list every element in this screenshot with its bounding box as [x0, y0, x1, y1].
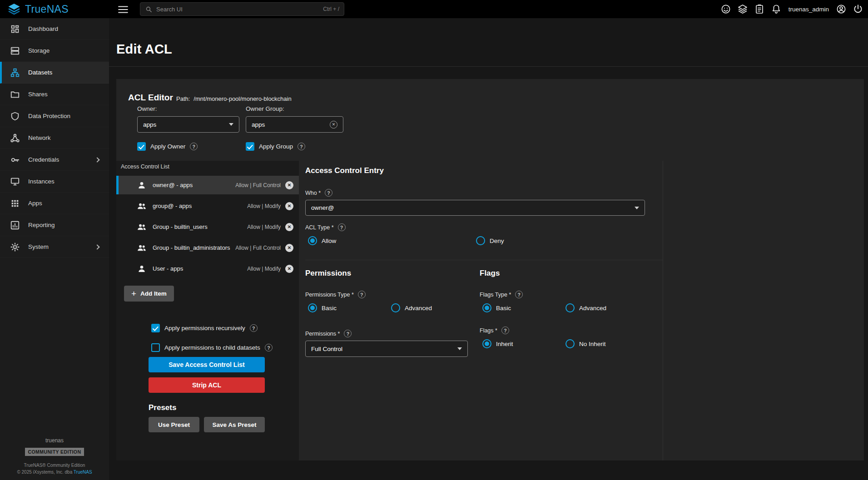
allow-radio[interactable]	[308, 236, 317, 245]
strip-acl-button[interactable]: Strip ACL	[149, 377, 265, 393]
monitor-icon	[10, 177, 20, 187]
chevron-right-icon	[94, 157, 99, 162]
key-icon	[10, 155, 20, 165]
jobs-clipboard-icon[interactable]	[754, 4, 765, 15]
main-content: Edit ACL ACL Editor Path: /mnt/monero-po…	[109, 18, 868, 480]
acl-entry-row-builtin-users[interactable]: Group - builtin_users Allow | Modify ✕	[116, 218, 299, 236]
sidebar-item-credentials[interactable]: Credentials	[0, 149, 109, 171]
help-icon[interactable]: ?	[515, 291, 523, 298]
sidebar-item-shares[interactable]: Shares	[0, 84, 109, 105]
truenas-logo[interactable]: TrueNAS	[7, 0, 69, 18]
permissions-select[interactable]: Full Control	[305, 341, 468, 357]
ace-panel: Access Control Entry Who * ? owner@ ACL …	[299, 161, 864, 460]
permissions-basic-radio[interactable]	[308, 303, 317, 312]
help-icon[interactable]: ?	[338, 223, 346, 231]
save-acl-button[interactable]: Save Access Control List	[149, 357, 265, 372]
help-icon[interactable]: ?	[298, 143, 305, 150]
remove-entry-icon[interactable]: ✕	[285, 223, 293, 231]
use-preset-button[interactable]: Use Preset	[149, 417, 199, 432]
permissions-heading: Permissions	[305, 269, 351, 278]
search-shortcut-hint: Ctrl + /	[323, 6, 339, 12]
network-nodes-icon	[10, 133, 20, 143]
who-label: Who * ?	[305, 189, 332, 197]
add-item-button[interactable]: + Add Item	[124, 286, 174, 302]
acl-items: owner@ - apps Allow | Full Control ✕ gro…	[116, 176, 299, 280]
chevron-down-icon	[229, 123, 233, 126]
datasets-tree-icon	[10, 68, 20, 78]
bar-chart-icon	[10, 220, 20, 230]
search-input[interactable]	[156, 6, 319, 13]
edition-label: TrueNAS® Community Edition	[0, 463, 109, 468]
sidebar-item-reporting[interactable]: Reporting	[0, 214, 109, 236]
sidebar-item-dashboard[interactable]: Dashboard	[0, 18, 109, 40]
acl-type-deny-option: Deny	[476, 236, 504, 245]
help-icon[interactable]: ?	[325, 189, 332, 197]
remove-entry-icon[interactable]: ✕	[285, 244, 293, 252]
acl-entry-row-user-apps[interactable]: User - apps Allow | Modify ✕	[116, 259, 299, 278]
chevron-right-icon	[94, 244, 99, 249]
apply-group-checkbox[interactable]	[246, 142, 254, 151]
permissions-type-basic-option: Basic	[308, 303, 337, 312]
apply-recursive-checkbox[interactable]	[151, 324, 160, 332]
copyright-label: © 2025 iXsystems, Inc. dba TrueNAS	[0, 470, 109, 475]
no-inherit-radio[interactable]	[565, 339, 575, 348]
truecommand-layers-icon[interactable]	[737, 4, 748, 15]
shares-folder-icon	[10, 89, 20, 99]
remove-entry-icon[interactable]: ✕	[285, 265, 293, 273]
flags-basic-radio[interactable]	[482, 303, 491, 312]
people-icon	[137, 243, 146, 252]
sidebar-item-apps[interactable]: Apps	[0, 193, 109, 214]
path-value: /mnt/monero-pool/monero-blockchain	[193, 95, 291, 102]
help-icon[interactable]: ?	[265, 344, 273, 351]
path-label: Path:	[176, 95, 190, 102]
feedback-smiley-icon[interactable]	[720, 4, 731, 15]
dashboard-icon	[10, 24, 20, 34]
menu-toggle-icon[interactable]	[117, 4, 129, 15]
truenas-link[interactable]: TrueNAS	[74, 470, 92, 475]
apply-group-row: Apply Group ?	[246, 142, 305, 151]
owner-group-input[interactable]	[252, 121, 326, 128]
flags-advanced-radio[interactable]	[565, 303, 575, 312]
deny-radio[interactable]	[476, 236, 485, 245]
acl-entry-row-owner[interactable]: owner@ - apps Allow | Full Control ✕	[116, 176, 299, 194]
sidebar-item-instances[interactable]: Instances	[0, 171, 109, 193]
help-icon[interactable]: ?	[501, 327, 509, 334]
acl-editor-card: ACL Editor Path: /mnt/monero-pool/monero…	[116, 79, 864, 460]
truenas-logo-icon	[7, 3, 21, 15]
community-edition-badge: COMMUNITY EDITION	[25, 448, 84, 456]
save-as-preset-button[interactable]: Save As Preset	[204, 417, 265, 432]
user-account-icon[interactable]	[836, 4, 847, 15]
chevron-down-icon	[635, 207, 639, 209]
person-icon	[137, 264, 146, 273]
owner-select[interactable]: apps	[137, 116, 239, 133]
owner-group-field: ✕	[246, 116, 343, 133]
dataset-path: Path: /mnt/monero-pool/monero-blockchain	[176, 95, 292, 102]
help-icon[interactable]: ?	[250, 324, 258, 332]
sidebar-item-network[interactable]: Network	[0, 127, 109, 149]
sidebar-item-data-protection[interactable]: Data Protection	[0, 105, 109, 127]
help-icon[interactable]: ?	[358, 291, 366, 298]
alerts-bell-icon[interactable]	[771, 4, 782, 15]
help-icon[interactable]: ?	[344, 330, 352, 337]
power-icon[interactable]	[853, 4, 863, 15]
apply-owner-checkbox[interactable]	[137, 142, 146, 151]
sidebar-item-datasets[interactable]: Datasets	[0, 62, 109, 84]
inherit-radio[interactable]	[482, 339, 491, 348]
remove-entry-icon[interactable]: ✕	[285, 202, 293, 210]
acl-entry-row-builtin-administrators[interactable]: Group - builtin_administrators Allow | F…	[116, 238, 299, 257]
remove-entry-icon[interactable]: ✕	[285, 181, 293, 189]
brand-name: TrueNAS	[25, 3, 69, 15]
sidebar-item-storage[interactable]: Storage	[0, 40, 109, 62]
acl-entry-row-group[interactable]: group@ - apps Allow | Modify ✕	[116, 197, 299, 215]
help-icon[interactable]: ?	[190, 143, 198, 150]
panel-divider	[663, 161, 663, 460]
plus-icon: +	[131, 289, 136, 298]
apply-child-checkbox[interactable]	[151, 343, 160, 352]
clear-input-icon[interactable]: ✕	[330, 121, 337, 129]
permissions-advanced-radio[interactable]	[391, 303, 400, 312]
sidebar-item-system[interactable]: System	[0, 236, 109, 258]
who-select[interactable]: owner@	[305, 200, 645, 216]
person-icon	[137, 181, 146, 190]
permissions-type-advanced-option: Advanced	[391, 303, 432, 312]
global-search[interactable]: Ctrl + /	[140, 2, 344, 16]
